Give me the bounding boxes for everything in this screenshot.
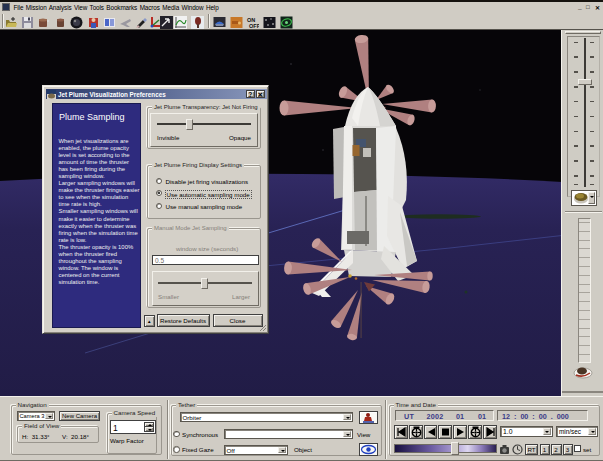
svg-text:ON: ON [247, 16, 255, 22]
svg-text:OFF: OFF [249, 23, 259, 29]
